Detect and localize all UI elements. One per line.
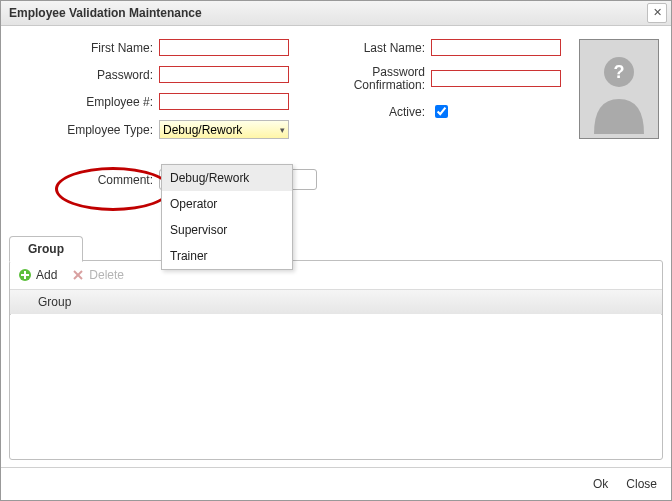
password-label: Password: <box>23 68 159 82</box>
plus-icon <box>18 268 32 282</box>
tab-strip: Group <box>9 237 663 261</box>
avatar-placeholder-icon: ? <box>579 39 659 139</box>
password-confirm-input[interactable] <box>431 70 561 87</box>
first-name-input[interactable] <box>159 39 289 56</box>
group-grid-body <box>11 314 661 458</box>
group-tab-body: Add Delete Group <box>9 260 663 460</box>
employee-type-select[interactable]: Debug/Rework ▾ <box>159 120 289 139</box>
tab-group-label: Group <box>28 242 64 256</box>
tab-group[interactable]: Group <box>9 236 83 262</box>
employee-no-input[interactable] <box>159 93 289 110</box>
employee-no-label: Employee #: <box>23 95 159 109</box>
group-column-header: Group <box>38 295 71 309</box>
last-name-label: Last Name: <box>315 41 431 55</box>
employee-type-selected: Debug/Rework <box>163 123 242 137</box>
cross-icon <box>71 268 85 282</box>
form-right-column: Last Name: Password Confirmation: Active… <box>315 39 585 131</box>
group-grid-header: Group <box>10 290 662 315</box>
group-panel: Group Add Delete <box>9 237 663 460</box>
add-button[interactable]: Add <box>18 268 57 282</box>
svg-text:?: ? <box>614 62 625 82</box>
title-bar: Employee Validation Maintenance ✕ <box>1 1 671 26</box>
delete-button-label: Delete <box>89 268 124 282</box>
employee-type-option[interactable]: Debug/Rework <box>162 165 292 191</box>
close-icon[interactable]: ✕ <box>647 3 667 23</box>
svg-rect-4 <box>21 274 29 276</box>
employee-type-dropdown: Debug/Rework Operator Supervisor Trainer <box>161 164 293 270</box>
add-button-label: Add <box>36 268 57 282</box>
window-title: Employee Validation Maintenance <box>9 6 647 20</box>
chevron-down-icon: ▾ <box>280 125 285 135</box>
password-confirm-label: Password Confirmation: <box>315 66 431 92</box>
employee-type-label: Employee Type: <box>23 123 159 137</box>
last-name-input[interactable] <box>431 39 561 56</box>
ok-button[interactable]: Ok <box>593 477 608 491</box>
active-label: Active: <box>315 105 431 119</box>
employee-type-option[interactable]: Operator <box>162 191 292 217</box>
employee-type-option[interactable]: Trainer <box>162 243 292 269</box>
dialog-window: Employee Validation Maintenance ✕ First … <box>0 0 672 501</box>
employee-type-option[interactable]: Supervisor <box>162 217 292 243</box>
dialog-button-bar: Ok Close <box>1 467 671 500</box>
first-name-label: First Name: <box>23 41 159 55</box>
form-area: First Name: Password: Employee #: Employ… <box>15 39 657 239</box>
dialog-content: First Name: Password: Employee #: Employ… <box>1 25 671 468</box>
delete-button: Delete <box>71 268 124 282</box>
avatar-column: ? <box>579 39 657 139</box>
group-toolbar: Add Delete <box>10 261 662 290</box>
password-input[interactable] <box>159 66 289 83</box>
close-button[interactable]: Close <box>626 477 657 491</box>
comment-label: Comment: <box>23 173 159 187</box>
active-checkbox[interactable] <box>435 105 448 118</box>
